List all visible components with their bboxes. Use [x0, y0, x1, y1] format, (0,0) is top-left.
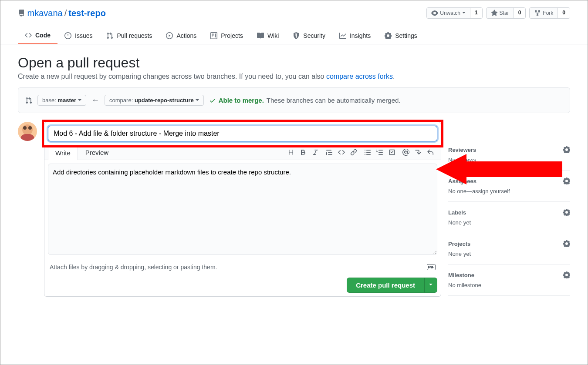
- create-pr-button[interactable]: Create pull request: [347, 278, 424, 293]
- book-icon: [257, 32, 264, 39]
- ol-icon[interactable]: [376, 149, 383, 156]
- gear-icon[interactable]: [563, 271, 570, 278]
- repo-nav: Code Issues Pull requests Actions Projec…: [0, 27, 588, 44]
- repo-link[interactable]: test-repo: [68, 8, 106, 18]
- tab-wiki[interactable]: Wiki: [250, 27, 286, 44]
- ul-icon[interactable]: [364, 149, 371, 156]
- star-button[interactable]: Star 0: [486, 7, 526, 19]
- comment-box: Write Preview: [44, 122, 441, 297]
- user-avatar: [18, 122, 37, 141]
- reference-icon[interactable]: [415, 149, 422, 156]
- gear-icon[interactable]: [563, 177, 570, 184]
- tab-insights[interactable]: Insights: [332, 27, 378, 44]
- repo-icon: [18, 10, 25, 17]
- assign-yourself-link[interactable]: assign yourself: [472, 188, 510, 194]
- pr-body-textarea[interactable]: Add directories containing placeholder m…: [48, 164, 437, 255]
- issue-icon: [64, 32, 71, 39]
- watch-button[interactable]: Unwatch 1: [426, 7, 482, 19]
- page-title: Open a pull request: [18, 55, 570, 71]
- tab-security[interactable]: Security: [286, 27, 332, 44]
- sidebar: Reviewers No reviews Assignees No one—as…: [448, 122, 570, 297]
- sidebar-assignees[interactable]: Assignees No one—assign yourself: [448, 171, 570, 202]
- graph-icon: [339, 32, 346, 39]
- project-icon: [210, 32, 217, 39]
- gear-icon[interactable]: [563, 146, 570, 153]
- tasklist-icon[interactable]: [389, 149, 395, 156]
- star-count: 0: [514, 8, 526, 18]
- codeblock-icon[interactable]: [338, 149, 345, 156]
- reply-icon[interactable]: [427, 149, 434, 156]
- compare-icon: [25, 97, 32, 104]
- preview-tab[interactable]: Preview: [78, 145, 116, 160]
- sidebar-reviewers[interactable]: Reviewers No reviews: [448, 139, 570, 171]
- formatting-toolbar: [287, 149, 437, 156]
- pr-title-input[interactable]: [48, 126, 437, 141]
- star-icon: [491, 10, 498, 17]
- create-pr-dropdown[interactable]: [424, 278, 437, 293]
- gear-icon[interactable]: [563, 209, 570, 216]
- mention-icon[interactable]: [402, 149, 409, 156]
- sidebar-milestone[interactable]: Milestone No milestone: [448, 265, 570, 296]
- sidebar-labels[interactable]: Labels None yet: [448, 202, 570, 233]
- tab-actions[interactable]: Actions: [159, 27, 203, 44]
- compare-branch-select[interactable]: compare: update-repo-structure: [105, 95, 204, 106]
- quote-icon[interactable]: [326, 149, 333, 156]
- arrow-left-icon: ←: [91, 96, 99, 105]
- tab-issues[interactable]: Issues: [57, 27, 99, 44]
- bold-icon[interactable]: [300, 149, 307, 156]
- eye-icon: [431, 10, 438, 17]
- code-icon: [25, 32, 32, 39]
- watch-count: 1: [470, 8, 482, 18]
- italic-icon[interactable]: [312, 149, 319, 156]
- base-branch-select[interactable]: base: master: [37, 95, 86, 106]
- play-icon: [166, 32, 173, 39]
- gear-icon: [385, 32, 392, 39]
- repo-actions: Unwatch 1 Star 0 Fork 0: [426, 7, 570, 19]
- check-icon: [209, 97, 216, 104]
- tab-code[interactable]: Code: [18, 27, 57, 44]
- fork-icon: [534, 10, 541, 17]
- compare-bar: base: master ← compare: update-repo-stru…: [18, 87, 570, 113]
- shield-icon: [293, 32, 300, 39]
- compare-forks-link[interactable]: compare across forks: [326, 73, 393, 80]
- merge-status: Able to merge. These branches can be aut…: [209, 97, 401, 104]
- fork-count: 0: [558, 8, 570, 18]
- owner-link[interactable]: mkavana: [27, 8, 63, 18]
- write-tab[interactable]: Write: [48, 145, 78, 160]
- gear-icon[interactable]: [563, 240, 570, 247]
- link-icon[interactable]: [350, 149, 357, 156]
- attach-hint[interactable]: Attach files by dragging & dropping, sel…: [48, 260, 437, 274]
- markdown-icon: [427, 264, 436, 270]
- tab-settings[interactable]: Settings: [378, 27, 424, 44]
- tab-projects[interactable]: Projects: [203, 27, 250, 44]
- subtitle: Create a new pull request by comparing c…: [18, 73, 570, 80]
- heading-icon[interactable]: [287, 149, 294, 156]
- pr-icon: [106, 32, 113, 39]
- repo-path: mkavana / test-repo: [18, 8, 106, 18]
- sidebar-projects[interactable]: Projects None yet: [448, 233, 570, 265]
- fork-button[interactable]: Fork 0: [529, 7, 570, 19]
- tab-pull-requests[interactable]: Pull requests: [99, 27, 159, 44]
